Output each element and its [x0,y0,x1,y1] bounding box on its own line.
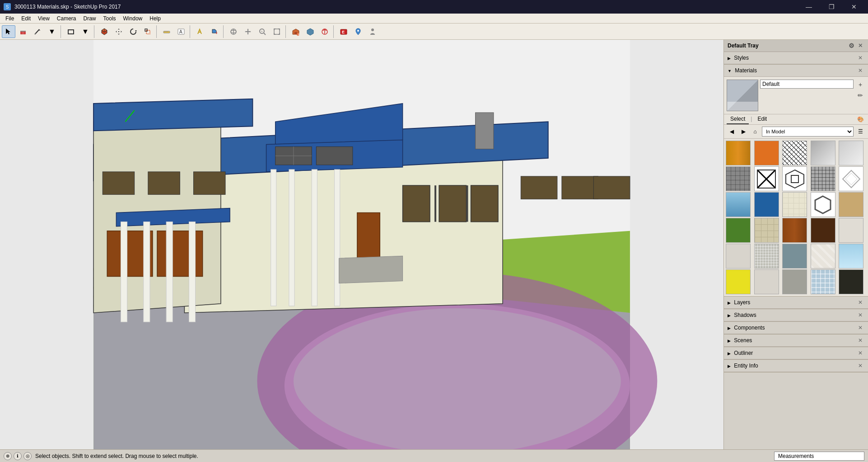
outliner-close-btn[interactable]: ✕ [856,349,864,357]
components-close-btn[interactable]: ✕ [856,324,864,332]
styles-section-header[interactable]: Styles ✕ [724,52,868,64]
material-select-tab[interactable]: Select [727,114,749,124]
orbit-tool-button[interactable] [227,25,240,38]
swatch-dark-tile[interactable] [726,166,751,191]
entity-info-close-btn[interactable]: ✕ [856,362,864,370]
status-icon-geo[interactable]: ⊕ [4,452,12,460]
extension-warehouse-btn[interactable]: E [337,25,350,38]
swatch-orange[interactable] [754,141,779,165]
pencil-dropdown[interactable]: ▼ [45,25,59,38]
zoom-extents-button[interactable] [270,25,284,38]
swatch-beige-tile[interactable] [754,218,779,243]
swatch-dark-brown[interactable] [811,218,835,243]
warehouse-button[interactable]: 3D [289,25,303,38]
menu-view[interactable]: View [34,14,53,23]
entity-info-section-header[interactable]: Entity Info ✕ [724,360,868,372]
swatch-wood-light[interactable] [726,141,751,165]
material-home-btn[interactable]: ⌂ [750,127,760,137]
eraser-tool-button[interactable] [16,25,30,38]
menu-help[interactable]: Help [146,14,164,23]
menu-edit[interactable]: Edit [18,14,34,23]
swatch-gray-fade2[interactable] [839,141,863,165]
outliner-section-header[interactable]: Outliner ✕ [724,347,868,359]
rectangle-dropdown[interactable]: ▼ [79,25,92,38]
material-edit-tab[interactable]: Edit [754,114,770,124]
share-btn[interactable] [318,25,331,38]
tray-options-icon[interactable]: ⚙ [849,42,854,49]
add-location-btn[interactable] [351,25,365,38]
swatch-green[interactable] [726,218,751,243]
swatch-dark-texture[interactable] [839,269,863,294]
tray-close-icon[interactable]: ✕ [856,42,864,50]
material-create-btn[interactable]: + [855,80,865,90]
material-name-input[interactable] [760,80,854,89]
material-back-btn[interactable]: ◀ [727,127,737,137]
swatch-concrete[interactable] [782,269,807,294]
rectangle-tool-button[interactable] [64,25,78,38]
swatch-light-gray[interactable] [726,244,751,269]
swatch-tan[interactable] [839,192,863,217]
paint-tool-button[interactable] [208,25,221,38]
status-icon-scene[interactable]: ◎ [23,452,32,460]
pushpull-tool-button[interactable] [98,25,111,38]
scenes-section-header[interactable]: Scenes ✕ [724,335,868,347]
swatch-x-pattern[interactable] [754,166,779,191]
maximize-button[interactable]: ❐ [821,0,842,14]
swatch-blue-gray[interactable] [782,244,807,269]
material-edit-btn[interactable]: ✏ [855,90,865,100]
material-library-dropdown[interactable]: In Model All Materials Materials Library [762,127,854,137]
tape-tool-button[interactable] [160,25,173,38]
layers-section-header[interactable]: Layers ✕ [724,297,868,309]
swatch-blue-tile[interactable] [726,192,751,217]
menu-file[interactable]: File [2,14,18,23]
menu-draw[interactable]: Draw [80,14,100,23]
viewport[interactable] [0,40,723,449]
materials-section: Materials ✕ + ✏ Select | Edit [724,65,868,297]
swatch-dark-blue[interactable] [754,192,779,217]
scale-tool-button[interactable] [141,25,154,38]
menu-window[interactable]: Window [120,14,146,23]
swatch-grid[interactable] [811,166,835,191]
components-btn[interactable] [303,25,317,38]
move-tool-button[interactable] [112,25,126,38]
status-icon-info[interactable]: ℹ [14,452,22,460]
3dtext-tool-button[interactable] [193,25,207,38]
menu-camera[interactable]: Camera [53,14,80,23]
pan-tool-button[interactable] [241,25,255,38]
menu-tools[interactable]: Tools [100,14,120,23]
zoom-tool-button[interactable]: + [256,25,269,38]
swatch-cream[interactable] [782,192,807,217]
components-section-header[interactable]: Components ✕ [724,322,868,334]
pencil-tool-button[interactable] [31,25,44,38]
swatch-empty2[interactable] [754,269,779,294]
material-sample-btn[interactable]: 🎨 [855,114,865,124]
swatch-wood-dark[interactable] [782,218,807,243]
styles-close-btn[interactable]: ✕ [856,54,864,62]
materials-section-header[interactable]: Materials ✕ [724,65,868,77]
swatch-gray-fade[interactable] [811,141,835,165]
shadows-close-btn[interactable]: ✕ [856,311,864,319]
material-details-btn[interactable]: ☰ [855,127,865,137]
swatch-pattern-light[interactable] [754,244,779,269]
scenes-close-btn[interactable]: ✕ [856,336,864,344]
swatch-hexagon[interactable] [811,192,835,217]
swatch-empty1[interactable] [839,218,863,243]
materials-close-btn[interactable]: ✕ [856,66,864,75]
close-button[interactable]: ✕ [844,0,864,14]
person-btn[interactable] [366,25,379,38]
swatch-crosshatch[interactable] [782,141,807,165]
swatch-glass-grid[interactable] [811,269,835,294]
swatch-diamond[interactable] [839,166,863,191]
rotate-tool-button[interactable] [126,25,140,38]
swatch-square-octagon[interactable] [782,166,807,191]
material-forward-btn[interactable]: ▶ [738,127,748,137]
swatch-glass-blue[interactable] [811,244,835,269]
swatch-yellow[interactable] [726,269,751,294]
layers-close-btn[interactable]: ✕ [856,298,864,306]
select-tool-button[interactable] [2,25,15,38]
swatch-sky[interactable] [839,244,863,269]
measurements-box[interactable]: Measurements [774,452,864,461]
shadows-section-header[interactable]: Shadows ✕ [724,309,868,321]
minimize-button[interactable]: — [798,0,819,14]
text-tool-button[interactable]: A [174,25,188,38]
